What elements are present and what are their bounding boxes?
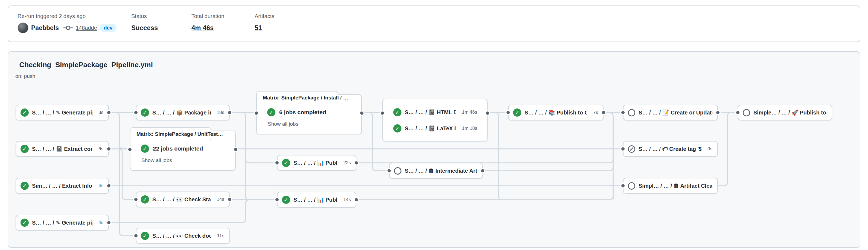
job-duration: 4s (96, 220, 103, 225)
job-label: S… / … / 👀 Check Static Ty… (152, 196, 211, 203)
edge-out-dot (353, 197, 359, 203)
edge-out-dot (715, 110, 721, 115)
branch-badge[interactable]: dev (100, 24, 117, 32)
job-node-n11[interactable]: ✓S… / … / 📚 Publish to GH-P…7s (508, 105, 603, 120)
duration-label: Total duration (191, 13, 224, 20)
job-duration: 18s (214, 110, 224, 115)
edge-out-dot (601, 110, 606, 115)
status-value: Success (131, 24, 158, 32)
job-label: S… / … / 📦 Package in Sou… (152, 109, 211, 116)
job-node-n2[interactable]: ✓S… / … / 📓 Extract configur…6s (16, 141, 109, 157)
success-status-icon: ✓ (21, 108, 29, 117)
success-status-icon: ✓ (393, 108, 401, 116)
avatar[interactable] (18, 23, 28, 33)
show-all-jobs-link[interactable]: Show all jobs (268, 121, 298, 127)
run-header-card: Re-run triggered 2 days ago Paebbels 148… (8, 5, 860, 42)
job-node-n10[interactable]: S… / … / 🗑 Intermediate Artifa… (389, 163, 483, 179)
neutral-status-icon (394, 167, 401, 175)
matrix-summary-text: 22 jobs completed (153, 145, 203, 152)
show-all-jobs-link[interactable]: Show all jobs (142, 157, 172, 164)
edge-in-dot (133, 233, 138, 239)
success-status-icon: ✓ (141, 108, 149, 117)
job-label: S… / … / 📓 LaTeX Docu… (405, 125, 456, 132)
job-node-n3[interactable]: ✓Sim… / … / Extract Information4s (16, 178, 109, 194)
job-label: S… / … / 📓 HTML Docu… (405, 109, 456, 115)
job-node-n12[interactable]: S… / … / 📝 Create or Update R… (623, 105, 718, 120)
doc-job-row[interactable]: ✓S… / … / 📓 LaTeX Docu…1m 18s (393, 124, 477, 133)
neutral-status-icon (628, 109, 635, 116)
job-label: S… / … / 📊 Publish Code C… (293, 159, 338, 166)
edge-in-dot (620, 183, 626, 188)
edge-in-dot (386, 168, 392, 174)
status-label: Status (131, 13, 147, 20)
rerun-trigger-text: Re-run triggered 2 days ago (18, 13, 86, 20)
skipped-status-icon (628, 145, 635, 153)
success-status-icon: ✓ (393, 124, 401, 133)
job-label: S… / … / ✎ Generate pipelin… (32, 219, 92, 226)
artifacts-label: Artifacts (255, 13, 274, 20)
job-node-n7[interactable]: ✓S… / … / 👀 Check docume…11s (136, 228, 230, 244)
matrix-title-text: Matrix: SimplePackage / Install / … (263, 95, 348, 101)
edge-out-dot (353, 160, 359, 166)
job-node-n13[interactable]: S… / … / 🏷 Create tag '${{ in…0s (623, 141, 718, 157)
job-node-n1[interactable]: ✓S… / … / ✎ Generate pipelin…3s (16, 105, 109, 120)
success-status-icon: ✓ (282, 195, 290, 204)
edge-in-dot (133, 197, 138, 202)
matrix-summary[interactable]: ✓22 jobs completed (141, 145, 203, 153)
artifacts-count-link[interactable]: 51 (255, 24, 262, 32)
success-status-icon: ✓ (513, 108, 521, 117)
job-node-n6[interactable]: ✓S… / … / 👀 Check Static Ty…14s (136, 191, 230, 207)
success-status-icon: ✓ (141, 195, 149, 204)
matrix-summary[interactable]: ✓6 jobs completed (267, 108, 326, 116)
job-node-n9[interactable]: ✓S… / … / 📊 Publish Test Re…14s (277, 192, 356, 208)
job-label: Sim… / … / Extract Information (32, 183, 92, 189)
success-status-icon: ✓ (21, 219, 29, 227)
edge-out-dot (106, 183, 112, 188)
edge-out-dot (106, 220, 112, 225)
edge-out-dot (106, 146, 112, 152)
success-status-icon: ✓ (21, 145, 29, 153)
edge-in-dot (274, 160, 280, 166)
job-duration: 6s (96, 146, 103, 152)
matrix-group-title-g2: Matrix: SimplePackage / Install / … (256, 91, 338, 104)
success-status-icon: ✓ (141, 145, 149, 153)
edge-in-dot (620, 146, 626, 152)
edge-in-dot (253, 110, 259, 116)
job-label: S… / … / 📊 Publish Test Re… (293, 197, 338, 203)
commit-icon (63, 25, 73, 31)
job-duration: 22s (341, 160, 351, 166)
neutral-status-icon (743, 109, 750, 116)
edge-out-dot (359, 110, 365, 116)
neutral-status-icon (628, 182, 635, 190)
job-duration: 1m 18s (459, 126, 477, 131)
edge-out-dot (480, 168, 486, 174)
edge-in-dot (735, 110, 741, 115)
job-label: S… / … / ✎ Generate pipelin… (32, 109, 92, 116)
commit-sha-link[interactable]: 148adde (76, 25, 97, 31)
edge-out-dot (106, 110, 112, 115)
success-status-icon: ✓ (141, 232, 149, 240)
matrix-summary-text: 6 jobs completed (279, 109, 326, 115)
success-status-icon: ✓ (21, 182, 29, 190)
success-status-icon: ✓ (267, 108, 275, 116)
actor-name[interactable]: Paebbels (31, 24, 59, 32)
job-node-n4[interactable]: ✓S… / … / ✎ Generate pipelin…4s (16, 215, 109, 230)
job-node-n5[interactable]: ✓S… / … / 📦 Package in Sou…18s (136, 105, 230, 120)
edge-out-dot (485, 110, 490, 116)
job-node-n15[interactable]: Simple… / … / 🚀 Publish to PyPI (738, 105, 832, 120)
job-label: Simple… / … / 🚀 Publish to PyPI (753, 109, 827, 116)
job-label: Simpl… / … / 🗑 Artifact Cleanup (639, 183, 712, 189)
edge-in-dot (274, 197, 280, 203)
job-label: S… / … / 🏷 Create tag '${{ in… (639, 146, 702, 152)
job-node-n8[interactable]: ✓S… / … / 📊 Publish Code C…22s (277, 155, 356, 171)
duration-value[interactable]: 4m 46s (191, 24, 214, 32)
edge-out-dot (227, 197, 232, 202)
doc-job-row[interactable]: ✓S… / … / 📓 HTML Docu…1m 46s (393, 108, 477, 116)
job-label: S… / … / 🗑 Intermediate Artifa… (405, 168, 477, 174)
job-node-n14[interactable]: Simpl… / … / 🗑 Artifact Cleanup (623, 178, 718, 194)
job-duration: 4s (96, 183, 103, 188)
job-label: S… / … / 📝 Create or Update R… (639, 109, 712, 116)
job-label: S… / … / 👀 Check docume… (152, 233, 211, 239)
job-label: S… / … / 📚 Publish to GH-P… (525, 109, 587, 116)
matrix-title-text: Matrix: SimplePackage / UnitTest… (136, 131, 223, 137)
